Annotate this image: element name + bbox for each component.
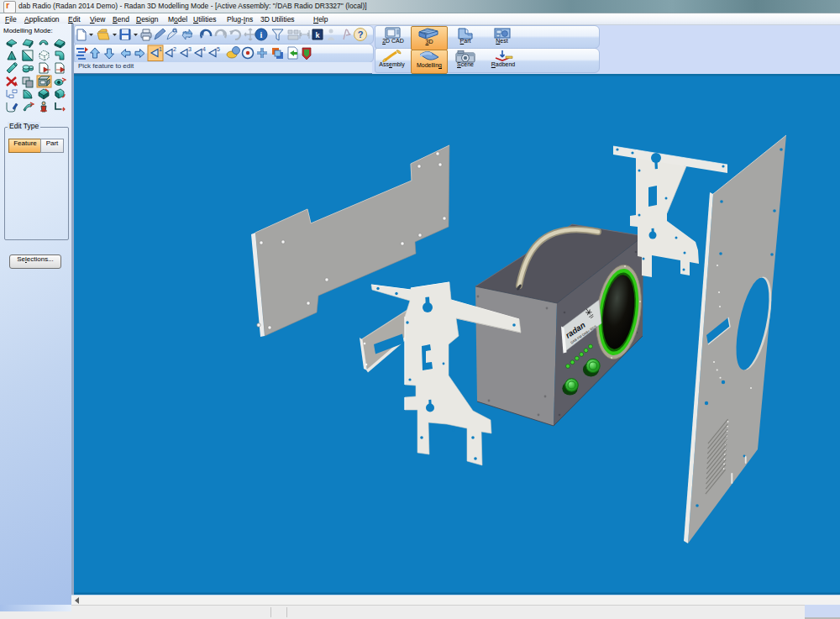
- svg-text:3: 3: [188, 46, 192, 52]
- svg-text:5: 5: [217, 46, 220, 52]
- svg-text:?: ?: [358, 29, 364, 39]
- svg-text:i: i: [260, 30, 263, 39]
- svg-text:1: 1: [159, 46, 162, 52]
- svg-text:4: 4: [202, 46, 206, 52]
- svg-text:2: 2: [173, 46, 176, 52]
